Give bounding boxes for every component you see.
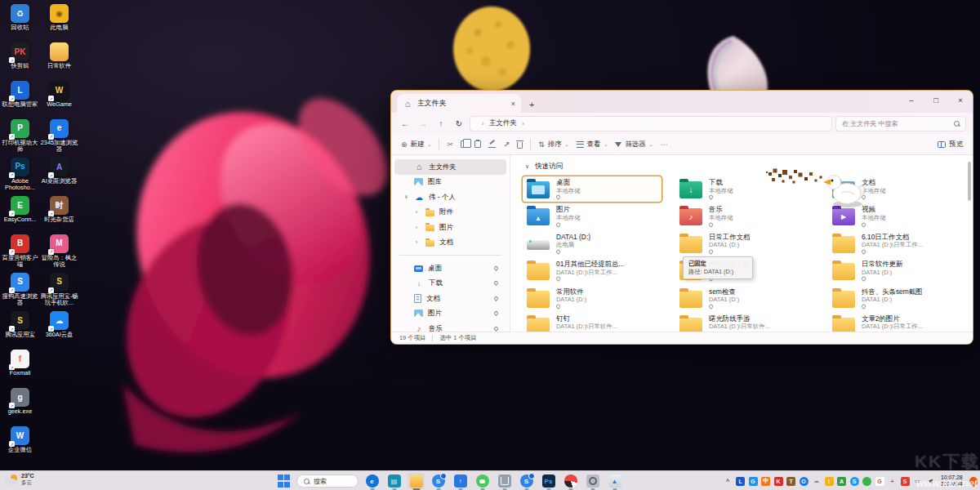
cut-icon[interactable]: ✂ [447,140,453,149]
view-button[interactable]: 查看⌄ [577,140,608,149]
maximize-button[interactable]: □ [924,91,948,109]
file-item[interactable]: 文章2的图片 DATA1 (D:)\日常工作... [827,312,968,332]
sidebar-item[interactable]: › 附件 [394,205,506,220]
folder-icon [425,210,434,216]
quick-access-header[interactable]: ∨ 快速访问 [510,159,973,173]
file-item[interactable]: sem检查 DATA1 (D:) [675,285,815,312]
tab-close-icon[interactable]: × [511,100,515,108]
file-item[interactable]: 下载 本地存储 [675,176,815,203]
back-button[interactable]: ← [398,119,412,128]
sidebar-item[interactable]: 下载 [394,276,506,292]
close-button[interactable]: × [948,91,973,109]
desktop-icon[interactable]: ☁↗ 360AI云盘 [40,311,78,345]
tab-home[interactable]: 主文件夹 × [397,94,521,113]
shortcut-arrow-icon: ↗ [9,211,15,216]
desktop-icon[interactable]: e↗ 2345加速浏览器 [40,119,78,153]
filter-button[interactable]: 筛选器⌄ [615,140,653,149]
more-options-icon[interactable]: ⋯ [661,140,669,149]
shortcut-arrow-icon: ↗ [9,134,15,140]
rename-icon[interactable] [488,141,496,148]
up-button[interactable]: ↑ [434,119,448,128]
desktop-icon[interactable]: S↗ 腾讯应用宝 [1,311,39,345]
filter-icon [615,142,621,147]
desktop-icon[interactable]: g↗ geek.exe [1,388,39,421]
desktop-icon[interactable]: ◉ 此电脑 [40,4,78,38]
chevron-icon[interactable]: › [416,239,417,245]
forward-button[interactable]: → [416,119,430,128]
desktop-icon[interactable]: S↗ 腾讯应用宝-畅玩手机软... [40,273,78,306]
file-item[interactable]: DATA1 (D:) 此电脑 [522,230,662,257]
file-item[interactable]: 桌面 本地存储 [522,176,662,203]
file-item[interactable]: 抖音、头条sem截图 DATA1 (D:) [827,285,968,312]
desktop-icon[interactable]: W↗ WeGame [40,81,78,114]
baidu-marketing-icon: B↗ [11,234,29,253]
desktop-icon[interactable]: 日常软件 [40,42,78,76]
scrollbar-thumb[interactable] [968,162,971,201]
desktop-icon[interactable]: M↗ 冒险岛：枫之传说 [40,234,78,268]
desktop-icon[interactable]: S↗ 搜狗高速浏览器 [1,273,39,306]
sort-button[interactable]: ⇅排序⌄ [538,140,568,149]
desktop-icon[interactable]: B↗ 百度营销客户端 [1,234,39,268]
desktop-icon[interactable]: E↗ EasyConn... [1,196,39,229]
taskbar-search[interactable]: 搜索 [296,474,359,488]
file-item[interactable]: 日常工作文档 DATA1 (D:) [675,230,815,257]
plus-circle-icon: ⊕ [401,140,408,149]
minimize-button[interactable]: – [899,91,924,109]
sidebar-item[interactable]: ∨ 伟 - 个人 [394,189,506,205]
file-item[interactable]: 常用软件 DATA1 (D:) [522,285,662,312]
chevron-icon[interactable]: › [416,209,417,215]
shortcut-arrow-icon: ↗ [9,441,15,447]
sidebar-item[interactable]: 图片 [394,306,506,322]
desktop-icon[interactable]: P↗ 打印机驱动大师 [1,119,39,153]
sidebar-item[interactable]: 桌面 [394,261,506,276]
file-item[interactable]: 曙光防线手游 DATA1 (D:)\日常软件... [675,312,815,332]
start-button[interactable] [276,474,292,489]
chevron-icon[interactable]: › [416,225,417,230]
file-item[interactable]: 音乐 本地存储 [675,203,815,229]
delete-icon[interactable] [517,140,523,149]
copy-icon[interactable] [461,140,467,148]
sidebar-item[interactable]: › 文档 [394,235,506,251]
file-item[interactable]: 日常软件更新 DATA1 (D:) [827,257,968,284]
shortcut-arrow-icon: ↗ [9,326,15,332]
desktop-icon[interactable]: W↗ 企业微信 [1,426,39,460]
weather-widget[interactable]: 23°C多云 [5,473,34,486]
sidebar-item[interactable]: 主文件夹 [394,159,506,175]
shortcut-arrow-icon: ↗ [9,287,15,293]
sidebar-item[interactable]: › 图片 [394,220,506,235]
pin-icon [708,249,713,254]
file-item[interactable]: 钉钉 DATA1 (D:)\日常软件... [522,312,662,332]
shortcut-arrow-icon: ↗ [48,326,54,332]
desktop-icon[interactable]: PK↗ 快剪辑 [1,42,39,76]
desktop-icon[interactable]: 时↗ 时光杂货店 [40,196,78,229]
paste-icon[interactable] [474,140,481,148]
new-tab-button[interactable]: + [529,100,534,109]
lenovo-manager-icon: L↗ [11,81,29,100]
2345-browser-icon: e↗ [50,119,69,138]
watermark-logo: KK下载 [915,450,980,473]
preview-button[interactable]: 预览 [938,140,963,149]
desktop-icon[interactable]: ♻ 回收站 [1,4,39,38]
desktop-icon[interactable]: f↗ Foxmail [1,350,39,383]
folder-icon [832,236,855,253]
sidebar-item[interactable]: 图库 [394,175,506,190]
share-icon[interactable]: ↗ [503,140,510,149]
pin-icon [861,276,866,281]
file-item[interactable]: 01月其他已经提前总... DATA1 (D:)\日常工作... [522,257,662,284]
pin-icon [493,326,499,332]
new-button[interactable]: ⊕新建⌄ [401,140,431,149]
breadcrumb-item[interactable]: 主文件夹 [489,118,517,128]
sidebar-item[interactable]: 音乐 [394,321,506,332]
folder-icon [527,291,550,308]
sidebar-item[interactable]: 文档 [394,291,506,306]
desktop-icon[interactable]: L↗ 联想电脑管家 [1,81,39,114]
window-controls: – □ × [899,91,973,109]
file-item[interactable]: 6.10日工作文档 DATA1 (D:)\日常工作... [827,230,968,257]
breadcrumb[interactable]: › 主文件夹 › [470,116,832,131]
chevron-icon[interactable]: ∨ [404,194,408,200]
search-input[interactable]: 在 主文件夹 中搜索 [835,116,966,131]
file-item[interactable]: 图片 本地存储 [522,203,662,229]
desktop-icon[interactable]: Ps↗ Adobe Photosho... [1,158,39,191]
refresh-button[interactable]: ↻ [452,119,466,128]
desktop-icon[interactable]: A↗ AI桌面浏览器 [40,158,78,191]
